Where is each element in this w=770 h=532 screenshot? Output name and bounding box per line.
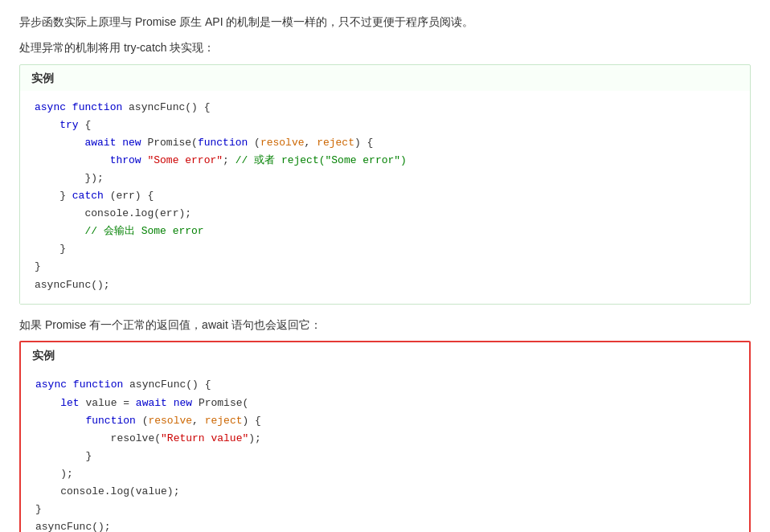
code-block-1: async function asyncFunc() { try { await… <box>20 91 750 304</box>
example-box-1: 实例 async function asyncFunc() { try { aw… <box>19 64 751 305</box>
section-label-1: 处理异常的机制将用 try-catch 块实现： <box>19 39 751 58</box>
example-title-1: 实例 <box>20 65 750 91</box>
example-title-2: 实例 <box>21 342 749 368</box>
intro-text-1: 异步函数实际上原理与 Promise 原生 API 的机制是一模一样的，只不过更… <box>19 13 751 32</box>
page-container: 异步函数实际上原理与 Promise 原生 API 的机制是一模一样的，只不过更… <box>0 0 770 532</box>
example-box-2: 实例 async function asyncFunc() { let valu… <box>19 341 751 532</box>
middle-text: 如果 Promise 有一个正常的返回值，await 语句也会返回它： <box>19 316 751 335</box>
code-block-2: async function asyncFunc() { let value =… <box>21 368 749 532</box>
